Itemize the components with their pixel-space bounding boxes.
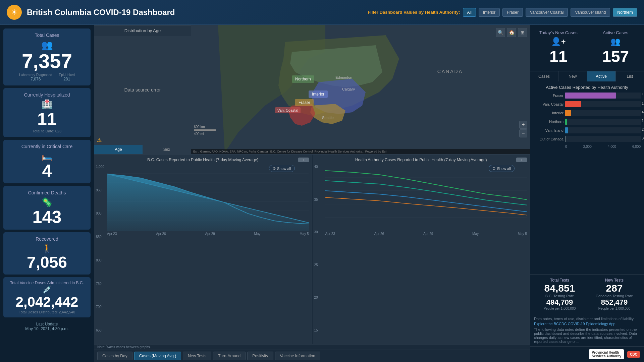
layers-map-button[interactable]: ⊞ [518,28,527,37]
filter-section: Filter Dashboard Values by Health Author… [368,8,637,17]
filter-interior-button[interactable]: Interior [479,8,500,17]
charts-row: B.C. Cases Reported to Public Health (7-… [94,154,530,344]
ha-bar [565,119,567,125]
chart-ha-controls: ⏸ [516,158,527,162]
total-cases-title: Total Cases [8,33,86,38]
filter-van-coastal-button[interactable]: Vancouver Coastal [526,8,568,17]
top-row: Distribution by Age Data source error ⚠ … [94,25,530,154]
region-interior[interactable]: Interior [309,90,328,98]
new-tests-title: New Tests [589,278,640,283]
show-all-ha-button[interactable]: ⊙ Show all [489,165,515,172]
ha-bar-row: Northern 157 [533,119,641,125]
deaths-card: Confirmed Deaths 🦠 143 [3,186,91,230]
epi-value: 281 [63,77,70,81]
y-axis-labels: 1,000950900850800750700650 [96,165,104,332]
bc-rate-value: 494,709 [534,298,585,307]
ha-chart-title: Active Cases Reported by Health Authorit… [533,85,641,90]
x-axis-labels-main: Apr 23Apr 26Apr 29MayMay 5 [107,232,309,237]
tab-sex[interactable]: Sex [143,145,191,154]
ha-cases-svg [325,164,527,231]
ha-bar-container: 1,287 [565,101,641,107]
ha-bar-container: 3 [565,136,641,142]
tab-turn-around[interactable]: Turn-Around [213,352,246,360]
syringe-icon: 💉 [8,285,86,294]
recovered-number: 7,056 [8,254,86,270]
filter-van-island-button[interactable]: Vancouver Island [571,8,610,17]
ha-bar-row: Out of Canada 3 [533,136,641,142]
ha-bar [565,101,581,107]
total-tests-stat: Total Tests 84,851 B.C. Testing Rate 494… [534,278,585,310]
scale-bar: 600 km 400 mi [194,125,216,136]
map-controls: 🔍 🏠 ⊞ [496,28,527,37]
region-van-coastal[interactable]: Van. Coastal [275,107,301,113]
ha-bars: Fraser 4,014 Van. Coastal 1,287 Interior… [533,93,641,142]
ha-bar-row: Fraser 4,014 [533,93,641,99]
info-body: The following data notes define the indi… [534,327,640,344]
critical-care-card: Currently in Critical Care 🛏️ 4 [3,140,91,183]
total-tests-value: 84,851 [534,283,585,294]
new-cases-icon: 👤+ [534,37,583,46]
ha-bar-label: Fraser [533,94,564,98]
bc-rate-sub: People per 1,000,000 [534,307,585,310]
tab-cases-moving-avg[interactable]: Cases (Moving Avg.) [134,352,181,360]
city-seattle: Seattle [322,116,333,120]
active-cases-icon: 👥 [591,37,640,46]
new-cases-number: 11 [534,47,583,66]
region-northern[interactable]: Northern [292,75,314,83]
warning-icon: ⚠ [97,137,102,143]
main-layout: Total Cases 👥 7,357 Laboratory Diagnosed… [0,25,644,362]
bc-cases-svg [107,164,309,231]
filter-fraser-button[interactable]: Fraser [502,8,523,17]
ha-bar-value: 157 [642,119,644,123]
home-map-button[interactable]: 🏠 [507,28,516,37]
critical-number: 4 [8,162,86,179]
tab-positivity[interactable]: Positivity [247,352,273,360]
vaccine-title: Total Vaccine Doses Administered in B.C. [8,281,86,285]
filter-northern-button[interactable]: Northern [613,8,637,17]
deaths-number: 143 [8,208,86,226]
hospitalized-number: 11 [8,110,86,128]
ha-tab-list[interactable]: List [616,71,644,81]
total-cases-card: Total Cases 👥 7,357 Laboratory Diagnosed… [3,28,91,85]
region-fraser[interactable]: Fraser [295,99,314,106]
search-map-button[interactable]: 🔍 [496,28,505,37]
ha-bar-value: 461 [642,110,644,114]
ha-tab-cases[interactable]: Cases [530,71,558,81]
ha-bar-container: 210 [565,127,641,133]
last-update-date: May 10, 2021, 4:30 p.m. [5,326,89,331]
tab-new-tests[interactable]: New Tests [183,352,211,360]
header: ☀ British Columbia COVID-19 Dashboard Fi… [0,0,644,25]
tab-cases-by-day[interactable]: Cases by Day [97,352,132,360]
critical-care-title: Currently in Critical Care [8,144,86,149]
chart-pause-button[interactable]: ⏸ [298,158,309,162]
zoom-out-button[interactable]: − [519,129,527,137]
ha-tab-new[interactable]: New [558,71,587,81]
x-axis-labels-ha: Apr 23Apr 26Apr 29MayMay 5 [325,232,527,237]
ha-tab-active[interactable]: Active [587,71,616,81]
can-rate-title: Canadian Testing Rate [589,294,640,298]
total-tests-title: Total Tests [534,278,585,283]
epidemiology-link[interactable]: Explore the BCCDC COVID-19 Epidemiology … [534,322,640,326]
filter-all-button[interactable]: All [463,8,476,17]
ha-chart-pause-button[interactable]: ⏸ [516,158,527,162]
ha-bar [565,110,571,116]
ha-bar-container: 461 [565,110,641,116]
epi-label: Epi-Linked [59,73,75,77]
tab-age[interactable]: Age [94,145,143,154]
new-tests-value: 287 [589,283,640,294]
recovered-card: Recovered 🚶 7,056 [3,232,91,275]
show-all-main-button[interactable]: ⊙ Show all [269,165,295,172]
phsa-logo: Provincial HealthServices Authority [589,349,624,359]
info-section: Data notes, terms of use, disclaimer and… [530,314,644,346]
map-background[interactable]: Northern Interior Fraser Van. Coastal Ed… [191,25,530,154]
ha-tabs: Cases New Active List [530,71,644,81]
ha-bar-label: Van. Coastal [533,102,564,106]
tab-vaccine-info[interactable]: Vaccine Information [275,352,320,360]
active-cases-title: Active Cases [591,30,640,35]
new-cases-title: Today's New Cases [534,30,583,35]
ha-y-axis-labels: 403530252015 [314,165,318,332]
zoom-in-button[interactable]: + [519,121,527,129]
hospital-icon: 🏥 [8,99,86,110]
zoom-controls: + − [519,121,527,137]
virus-icon: 🦠 [8,197,86,207]
